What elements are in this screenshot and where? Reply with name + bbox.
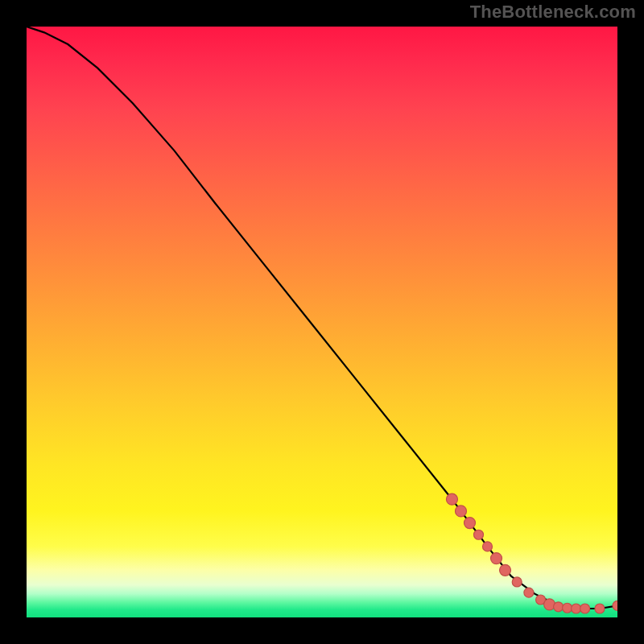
data-point — [491, 553, 502, 564]
data-point — [446, 493, 457, 505]
data-point — [572, 604, 581, 613]
data-point — [464, 518, 476, 529]
data-point — [595, 604, 605, 613]
data-point — [500, 564, 511, 576]
data-point — [512, 577, 522, 587]
data-point — [580, 604, 590, 613]
data-point — [554, 602, 564, 612]
data-point — [474, 530, 484, 539]
data-point — [563, 603, 572, 613]
watermark-label: TheBottleneck.com — [470, 2, 636, 23]
data-point — [455, 506, 466, 517]
data-point — [483, 542, 493, 551]
data-point — [613, 601, 617, 610]
data-point — [524, 588, 534, 597]
scatter-points — [27, 27, 617, 617]
